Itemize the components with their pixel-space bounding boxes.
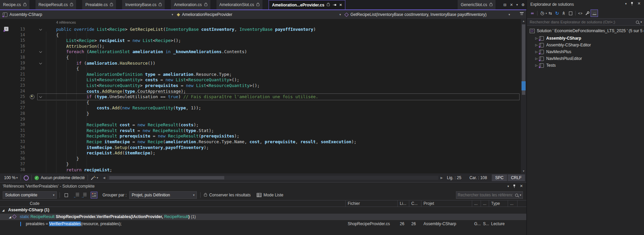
- line-ending-indicator[interactable]: CRLF: [508, 174, 525, 181]
- code-line-16[interactable]: 16AttribuerSon();: [0, 43, 521, 49]
- tree-item-assembly-csharp-editor[interactable]: ▷Assembly-CSharp-Editor: [527, 42, 644, 48]
- scroll-left-icon[interactable]: ◀: [103, 176, 105, 179]
- expand-definitions-icon[interactable]: →: [80, 192, 88, 198]
- code-line-30[interactable]: 30RecipeResult cost = new RecipeResult(c…: [0, 122, 521, 128]
- solution-explorer-search-input[interactable]: [527, 20, 635, 24]
- code-line-27[interactable]: 27costs.Add(new ResourceQuantity(type, 1…: [0, 105, 521, 111]
- fold-chevron-icon[interactable]: [39, 95, 42, 98]
- references-search-box[interactable]: ▾: [456, 191, 523, 199]
- close-tab-icon[interactable]: ✕: [339, 3, 342, 7]
- scope-dropdown[interactable]: Solution complète ▾: [3, 191, 57, 199]
- pending-changes-filter-icon[interactable]: [539, 10, 546, 17]
- code-line-17[interactable]: 17foreach (AmeliorationSlot amelioration…: [0, 49, 521, 55]
- references-search-input[interactable]: [456, 193, 514, 197]
- scroll-right-icon[interactable]: ▶: [440, 176, 443, 179]
- fold-chevron-icon[interactable]: [39, 50, 42, 53]
- code-line-14[interactable]: 14{: [0, 32, 521, 38]
- expander-icon[interactable]: ▷: [534, 49, 538, 55]
- code-line-29[interactable]: 29: [0, 116, 521, 122]
- reference-group-row[interactable]: ◢ Assembly-CSharp (1): [0, 207, 526, 213]
- column-header-more[interactable]: ...: [481, 200, 489, 207]
- hscrollbar-thumb[interactable]: [109, 176, 224, 179]
- column-header-projet[interactable]: Projet: [421, 200, 472, 207]
- tab-amelioration-eprovider-cs[interactable]: Amelioration...eProvider.cs✕: [269, 0, 345, 9]
- expander-icon[interactable]: ◢: [2, 209, 4, 212]
- tab-inventorybase-cs[interactable]: InventoryBase.cs: [122, 0, 165, 9]
- health-status[interactable]: Aucun problème détecté: [41, 175, 85, 180]
- expander-icon[interactable]: ▷: [534, 56, 538, 62]
- scroll-down-icon[interactable]: ▼: [521, 170, 526, 173]
- code-line-18[interactable]: 18{: [0, 55, 521, 60]
- codelens-references[interactable]: 4 références: [56, 20, 76, 24]
- code-line-26[interactable]: 26{: [0, 100, 521, 105]
- tree-item-solution[interactable]: Solution ' EconomieDeFonctionnalites_LTS…: [527, 28, 644, 34]
- editor-vertical-scrollbar[interactable]: ▲ ▼: [521, 19, 526, 173]
- fold-chevron-icon[interactable]: [39, 28, 42, 30]
- track-selection-toggle[interactable]: [90, 192, 98, 198]
- code-line-33[interactable]: 33Recipe itemRecipe = new Recipe(amelior…: [0, 139, 521, 145]
- quick-actions-lightbulb-icon[interactable]: [30, 94, 34, 99]
- reference-result-row[interactable]: prealables = VerifierPrealables(resource…: [0, 221, 526, 227]
- tree-item-navmeshplus[interactable]: ▷NavMeshPlus: [527, 49, 644, 55]
- code-line-24[interactable]: 24costs.AddRange(type.CoutApprentissage)…: [0, 88, 521, 94]
- column-header-code[interactable]: Code: [0, 200, 346, 207]
- copy-icon[interactable]: [63, 192, 70, 198]
- split-editor-handle[interactable]: [520, 12, 524, 17]
- tab-prealable-cs[interactable]: Prealable.cs: [82, 0, 116, 9]
- tree-item-navmeshpluseditor[interactable]: ▷NavMeshPlusEditor: [527, 56, 644, 62]
- pin-icon[interactable]: [631, 2, 634, 5]
- view-code-icon[interactable]: <>: [577, 10, 584, 17]
- editor-horizontal-scrollbar[interactable]: [107, 176, 438, 180]
- code-line-28[interactable]: 28}: [0, 111, 521, 116]
- code-line-22[interactable]: 22List<ResourceQuantity> costs = new Lis…: [0, 77, 521, 83]
- group-by-dropdown[interactable]: Projet, puis Définition ▾: [129, 191, 197, 199]
- code-line-25[interactable]: 25if (type.UneSeuleUtilisation == true) …: [0, 94, 521, 100]
- fold-chevron-icon[interactable]: [39, 61, 42, 64]
- list-mode-button[interactable]: Mode Liste: [263, 193, 283, 197]
- chevron-down-icon[interactable]: ▾: [16, 176, 18, 179]
- tree-item-tests[interactable]: ▷Tests: [527, 62, 644, 69]
- refresh-icon[interactable]: ↻: [554, 10, 560, 17]
- spaces-indicator[interactable]: SPC: [492, 174, 507, 181]
- properties-wrench-icon[interactable]: [584, 10, 591, 17]
- expander-icon[interactable]: ▷: [534, 62, 538, 69]
- show-all-files-toggle[interactable]: [591, 9, 598, 17]
- chevron-down-icon[interactable]: ▾: [516, 0, 518, 9]
- close-document-icon[interactable]: ✕: [510, 0, 513, 9]
- tab-reciperesult-cs[interactable]: RecipeResult.cs: [36, 0, 76, 9]
- code-line-20[interactable]: 20{: [0, 66, 521, 71]
- collapse-definitions-icon[interactable]: ←: [73, 192, 80, 198]
- reference-signature-row[interactable]: ◢ static RecipeResult ShopRecipeProvider…: [0, 214, 526, 220]
- pin-icon[interactable]: [513, 185, 516, 188]
- code-line-19[interactable]: 19if (amelioration.HasResource()): [0, 60, 521, 66]
- tab-settings-gear-icon[interactable]: ⚙: [521, 0, 525, 9]
- intellicode-icon[interactable]: [24, 175, 29, 180]
- column-header-type[interactable]: Type: [489, 200, 508, 207]
- switch-views-icon[interactable]: ∞: [529, 10, 536, 17]
- close-icon[interactable]: ✕: [638, 1, 641, 6]
- code-cleanup-icon[interactable]: [91, 175, 95, 180]
- code-line-15[interactable]: 15List<Recipe> recipeList = new List<Rec…: [0, 38, 521, 43]
- code-editor[interactable]: 4 références 13public override List<Reci…: [0, 19, 521, 173]
- column-header-more[interactable]: ...: [508, 200, 518, 207]
- nav-member-dropdown[interactable]: GetRecipeList(InventoryBase costInventor…: [344, 10, 513, 19]
- collapse-all-icon[interactable]: ≪: [560, 10, 567, 17]
- scroll-up-icon[interactable]: ▲: [521, 20, 526, 23]
- pin-tab-icon[interactable]: [333, 4, 336, 6]
- expander-icon[interactable]: ▷: [534, 35, 538, 42]
- column-header-li[interactable]: Li...: [398, 200, 409, 207]
- code-line-38[interactable]: 38return recipeList;: [0, 167, 521, 173]
- tab-recipe-cs[interactable]: Recipe.cs: [0, 0, 29, 9]
- tab-list-icon[interactable]: ⊟: [503, 0, 506, 9]
- chevron-down-icon[interactable]: ▾: [97, 176, 98, 179]
- nav-type-dropdown[interactable]: AmeliorationRecipeProvider ▾: [176, 10, 344, 19]
- tab-genericslot-cs[interactable]: GenericSlot.cs: [458, 0, 496, 9]
- properties-pages-icon[interactable]: [567, 10, 574, 17]
- zoom-level[interactable]: 100 %: [0, 175, 16, 180]
- solution-explorer-search-box[interactable]: ▾: [527, 18, 644, 26]
- code-line-36[interactable]: 36}: [0, 156, 521, 162]
- code-line-35[interactable]: 35recipeList.Add(itemRecipe);: [0, 150, 521, 156]
- keep-results-button[interactable]: Conserver les résultats: [209, 193, 251, 197]
- nav-project-dropdown[interactable]: Assembly-CSharp ▾: [0, 10, 176, 19]
- tree-item-assembly-csharp[interactable]: ▷Assembly-CSharp: [527, 35, 644, 42]
